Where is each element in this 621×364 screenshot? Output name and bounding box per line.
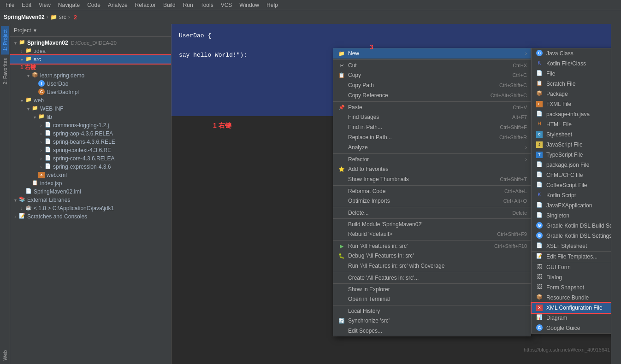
tab-project[interactable]: 1: Project	[1, 26, 9, 54]
tree-item-lib[interactable]: ▾ 📁 lib	[10, 113, 171, 121]
context-menu-findusages[interactable]: Find Usages Alt+F7	[333, 112, 531, 122]
tree-item-iml[interactable]: 📄 SpringMaven02.iml	[10, 188, 171, 196]
menu-navigate[interactable]: Navigate	[54, 1, 83, 9]
context-menu-imagethumbs[interactable]: Show Image Thumbnails Ctrl+Shift+T	[333, 174, 531, 184]
sub-gradle-settings[interactable]: G Gradle Kotlin DSL Settings	[532, 231, 611, 241]
context-menu-openinterminal[interactable]: Open in Terminal	[333, 294, 531, 304]
menu-run[interactable]: Run	[179, 1, 197, 9]
tree-item-web[interactable]: ▾ 📁 web	[10, 96, 171, 105]
sub-html[interactable]: H HTML File	[532, 119, 611, 129]
context-menu-reformat[interactable]: Reformat Code Ctrl+Alt+L	[333, 185, 531, 196]
tree-item-package[interactable]: ▾ 📦 learn.spring.demo	[10, 71, 171, 80]
context-menu-buildmodule[interactable]: Build Module 'SpringMaven02'	[333, 218, 531, 229]
context-menu-copypath[interactable]: Copy Path Ctrl+Shift+C	[333, 80, 531, 90]
tree-item-jdk[interactable]: › ☕ < 1.8 > C:\ApplicationC\java\jdk1	[10, 204, 171, 212]
context-menu-optimizeimports[interactable]: Optimize Imports Ctrl+Alt+O	[333, 196, 531, 206]
sub-coffee[interactable]: 📄 CoffeeScript File	[532, 180, 611, 190]
tree-item-userdaoimpl[interactable]: C UserDaoImpl	[10, 88, 171, 96]
context-menu-synchronize[interactable]: 🔄 Synchronize 'src'	[333, 316, 531, 326]
sub-scratch-file[interactable]: 📋 Scratch File Ctrl+Alt+Shift+Insert	[532, 79, 611, 89]
imagethumbs-shortcut: Ctrl+Shift+T	[500, 176, 527, 182]
sub-javafx[interactable]: 📄 JavaFXApplication	[532, 200, 611, 211]
context-menu-findinpath[interactable]: Find in Path... Ctrl+Shift+F	[333, 122, 531, 132]
tree-item-userdao[interactable]: I UserDao	[10, 80, 171, 88]
menu-tools[interactable]: Tools	[197, 1, 217, 9]
sub-js[interactable]: J JavaScript File	[532, 140, 611, 150]
tree-arrow-jar5: ›	[38, 156, 44, 161]
context-menu-run[interactable]: ▶ Run 'All Features in: src' Ctrl+Shift+…	[333, 240, 531, 251]
tree-item-indexjsp[interactable]: 📋 index.jsp	[10, 179, 171, 188]
context-menu-localhistory[interactable]: Local History	[333, 305, 531, 316]
menu-build[interactable]: Build	[160, 1, 179, 9]
context-menu-paste[interactable]: 📌 Paste Ctrl+V	[333, 101, 531, 112]
context-menu-copyref[interactable]: Copy Reference Ctrl+Alt+Shift+C	[333, 90, 531, 100]
tree-item-jar5[interactable]: › 📄 spring-core-4.3.6.RELEA	[10, 154, 171, 163]
tree-item-webxml[interactable]: X web.xml	[10, 171, 171, 179]
context-menu-new[interactable]: 📁 New ›	[333, 48, 531, 59]
sub-kotlin-script[interactable]: K Kotlin Script	[532, 190, 611, 200]
tree-item-jar2[interactable]: › 📄 spring-aop-4.3.6.RELEA	[10, 129, 171, 138]
tree-item-jar1[interactable]: › 📄 commons-logging-1.2.j	[10, 121, 171, 129]
context-menu-debug[interactable]: 🐛 Debug 'All Features in: src'	[333, 251, 531, 261]
sub-singleton[interactable]: 📄 Singleton	[532, 211, 611, 221]
sub-kotlin-file[interactable]: K Kotlin File/Class	[532, 59, 611, 69]
project-dropdown-icon[interactable]: ▾	[34, 27, 36, 34]
context-menu-delete[interactable]: Delete... Delete	[333, 207, 531, 217]
sub-form-snapshot[interactable]: 🖼 Form Snapshot	[532, 282, 611, 293]
context-menu-rebuild[interactable]: Rebuild '<default>' Ctrl+Shift+F9	[333, 229, 531, 239]
sub-pkg-info[interactable]: 📄 package-info.java	[532, 109, 611, 119]
sub-package[interactable]: 📦 Package	[532, 89, 611, 99]
sub-google-guice[interactable]: G Google Guice	[532, 323, 611, 333]
sub-edit-templates[interactable]: 📝 Edit File Templates...	[532, 251, 611, 262]
tree-item-root[interactable]: ▾ 📁 SpringMaven02 D:\Code_D\IDEA-20	[10, 39, 171, 47]
context-menu-analyze[interactable]: Analyze ›	[333, 142, 531, 153]
sub-fxml[interactable]: F FXML File	[532, 99, 611, 109]
tab-favorites[interactable]: 2: Favorites	[1, 54, 9, 88]
sub-file[interactable]: 📄 File	[532, 69, 611, 79]
sub-resource-bundle[interactable]: 📦 Resource Bundle	[532, 293, 611, 303]
tree-item-webinf[interactable]: ▾ 📁 WEB-INF	[10, 105, 171, 113]
tree-item-jar4[interactable]: › 📄 spring-context-4.3.6.RE	[10, 146, 171, 154]
tree-item-scratches[interactable]: › 📝 Scratches and Consoles	[10, 212, 171, 221]
menu-vcs[interactable]: VCS	[217, 1, 236, 9]
tree-item-jar3[interactable]: › 📄 spring-beans-4.3.6.RELE	[10, 138, 171, 146]
tree-arrow-package: ▾	[25, 73, 31, 78]
menu-file[interactable]: File	[2, 1, 18, 9]
tree-item-jar6[interactable]: › 📄 spring-expression-4.3.6	[10, 163, 171, 171]
menu-view[interactable]: View	[35, 1, 54, 9]
context-menu-editscopes[interactable]: Edit Scopes...	[333, 326, 531, 336]
tab-web[interactable]: Web	[1, 346, 9, 364]
tree-item-extlibs[interactable]: ▾ 📚 External Libraries	[10, 196, 171, 204]
sub-gradle-build[interactable]: G Gradle Kotlin DSL Build Script	[532, 221, 611, 231]
context-menu-addtofav[interactable]: ⭐ Add to Favorites	[333, 164, 531, 174]
tree-item-idea[interactable]: › 📁 .idea	[10, 47, 171, 55]
sub-xml-config[interactable]: X XML Configuration File ›	[532, 303, 611, 313]
tree-item-src[interactable]: ▾ 📁 src	[10, 55, 171, 64]
menu-help[interactable]: Help	[263, 1, 282, 9]
context-menu-showinexplorer[interactable]: Show in Explorer	[333, 283, 531, 294]
context-menu-create[interactable]: Create 'All Features in: src'...	[333, 272, 531, 282]
sub-dialog[interactable]: 🖼 Dialog	[532, 272, 611, 282]
sub-java-class[interactable]: C Java Class	[532, 48, 611, 59]
menu-analyze[interactable]: Analyze	[104, 1, 131, 9]
editor-area: UserDao { say hello World!"); 📁 New › ✂ …	[172, 24, 611, 364]
sub-label-java-class: Java Class	[546, 50, 574, 57]
sub-gui-form[interactable]: 🖼 GUI Form	[532, 262, 611, 272]
sub-xslt[interactable]: 📄 XSLT Stylesheet	[532, 241, 611, 251]
menu-code[interactable]: Code	[83, 1, 104, 9]
menu-window[interactable]: Window	[236, 1, 263, 9]
context-menu-refactor[interactable]: Refactor ›	[333, 153, 531, 164]
sub-ts[interactable]: T TypeScript File	[532, 150, 611, 160]
sub-diagram[interactable]: 📊 Diagram	[532, 313, 611, 323]
sub-pkg-json[interactable]: 📄 package.json File	[532, 160, 611, 170]
sub-cfml[interactable]: 📄 CFML/CFC file	[532, 170, 611, 180]
sub-stylesheet[interactable]: C Stylesheet	[532, 129, 611, 140]
menu-edit[interactable]: Edit	[18, 1, 35, 9]
context-menu-run-coverage[interactable]: Run 'All Features in: src' with Coverage	[333, 261, 531, 271]
context-menu-cut[interactable]: ✂ Cut Ctrl+X	[333, 59, 531, 70]
context-menu-copy[interactable]: 📋 Copy Ctrl+C	[333, 70, 531, 80]
run-coverage-label: Run 'All Features in: src' with Coverage	[348, 263, 527, 269]
cut-label: Cut	[348, 62, 505, 69]
context-menu-replaceinpath[interactable]: Replace in Path... Ctrl+Shift+R	[333, 132, 531, 142]
menu-refactor[interactable]: Refactor	[131, 1, 160, 9]
